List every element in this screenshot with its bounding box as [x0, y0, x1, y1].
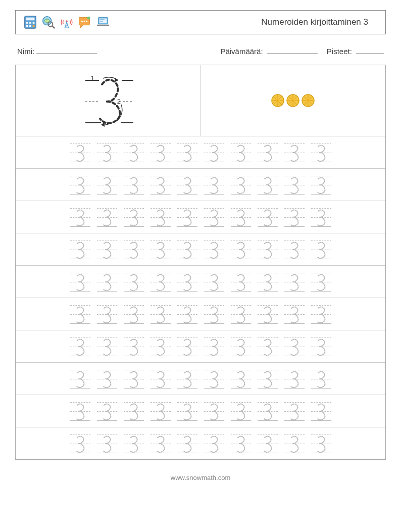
trace-cell[interactable]	[96, 237, 118, 262]
trace-cell[interactable]	[176, 367, 198, 391]
trace-cell[interactable]	[123, 270, 145, 294]
trace-cell[interactable]	[310, 173, 332, 197]
trace-cell[interactable]	[149, 334, 172, 359]
trace-cell[interactable]	[283, 334, 306, 359]
trace-cell[interactable]	[69, 237, 91, 262]
trace-cell[interactable]	[176, 399, 198, 423]
trace-cell[interactable]	[176, 173, 198, 197]
trace-cell[interactable]	[230, 399, 252, 423]
trace-cell[interactable]	[257, 140, 279, 165]
trace-cell[interactable]	[310, 140, 332, 165]
trace-cell[interactable]	[257, 431, 279, 456]
trace-cell[interactable]	[230, 334, 252, 359]
trace-cell[interactable]	[69, 431, 91, 456]
trace-cell[interactable]	[283, 399, 306, 423]
trace-cell[interactable]	[176, 302, 198, 326]
trace-cell[interactable]	[310, 334, 332, 359]
trace-cell[interactable]	[230, 302, 252, 326]
trace-cell[interactable]	[96, 334, 118, 359]
trace-cell[interactable]	[283, 302, 306, 326]
trace-cell[interactable]	[203, 140, 225, 165]
trace-cell[interactable]	[69, 302, 91, 326]
trace-cell[interactable]	[230, 367, 252, 391]
trace-cell[interactable]	[176, 140, 198, 165]
name-blank[interactable]	[36, 46, 97, 54]
trace-cell[interactable]	[96, 173, 118, 197]
trace-cell[interactable]	[96, 302, 118, 326]
trace-cell[interactable]	[203, 270, 225, 294]
trace-cell[interactable]	[176, 205, 198, 229]
trace-cell[interactable]	[69, 140, 91, 165]
trace-cell[interactable]	[283, 431, 306, 456]
trace-cell[interactable]	[123, 237, 145, 262]
trace-cell[interactable]	[149, 140, 172, 165]
trace-cell[interactable]	[203, 173, 225, 197]
trace-cell[interactable]	[149, 431, 172, 456]
trace-cell[interactable]	[123, 367, 145, 391]
trace-cell[interactable]	[257, 334, 279, 359]
trace-cell[interactable]	[310, 367, 332, 391]
trace-cell[interactable]	[310, 399, 332, 423]
trace-cell[interactable]	[149, 270, 172, 294]
trace-cell[interactable]	[257, 270, 279, 294]
trace-cell[interactable]	[310, 270, 332, 294]
trace-cell[interactable]	[283, 367, 306, 391]
trace-cell[interactable]	[283, 140, 306, 165]
trace-cell[interactable]	[283, 237, 306, 262]
trace-cell[interactable]	[257, 205, 279, 229]
date-blank[interactable]	[267, 46, 318, 54]
trace-cell[interactable]	[149, 237, 172, 262]
trace-cell[interactable]	[257, 237, 279, 262]
trace-cell[interactable]	[310, 237, 332, 262]
trace-cell[interactable]	[69, 367, 91, 391]
trace-cell[interactable]	[149, 399, 172, 423]
trace-cell[interactable]	[69, 334, 91, 359]
trace-cell[interactable]	[283, 173, 306, 197]
trace-cell[interactable]	[96, 140, 118, 165]
trace-cell[interactable]	[257, 302, 279, 326]
trace-cell[interactable]	[257, 399, 279, 423]
trace-cell[interactable]	[230, 270, 252, 294]
trace-cell[interactable]	[230, 205, 252, 229]
trace-cell[interactable]	[149, 173, 172, 197]
trace-cell[interactable]	[203, 302, 225, 326]
trace-cell[interactable]	[310, 205, 332, 229]
trace-cell[interactable]	[230, 140, 252, 165]
trace-cell[interactable]	[96, 367, 118, 391]
trace-cell[interactable]	[123, 399, 145, 423]
trace-cell[interactable]	[176, 334, 198, 359]
trace-cell[interactable]	[149, 367, 172, 391]
trace-cell[interactable]	[123, 173, 145, 197]
trace-cell[interactable]	[283, 205, 306, 229]
trace-cell[interactable]	[203, 399, 225, 423]
trace-cell[interactable]	[203, 334, 225, 359]
trace-cell[interactable]	[123, 334, 145, 359]
trace-cell[interactable]	[96, 431, 118, 456]
trace-cell[interactable]	[176, 431, 198, 456]
trace-cell[interactable]	[96, 205, 118, 229]
trace-cell[interactable]	[203, 237, 225, 262]
trace-cell[interactable]	[257, 367, 279, 391]
trace-cell[interactable]	[230, 237, 252, 262]
trace-cell[interactable]	[123, 431, 145, 456]
trace-cell[interactable]	[123, 302, 145, 326]
score-blank[interactable]	[356, 46, 384, 54]
trace-cell[interactable]	[176, 237, 198, 262]
trace-cell[interactable]	[69, 173, 91, 197]
trace-cell[interactable]	[257, 173, 279, 197]
trace-cell[interactable]	[203, 205, 225, 229]
trace-cell[interactable]	[203, 431, 225, 456]
trace-cell[interactable]	[96, 270, 118, 294]
trace-cell[interactable]	[69, 399, 91, 423]
trace-cell[interactable]	[230, 173, 252, 197]
trace-cell[interactable]	[283, 270, 306, 294]
trace-cell[interactable]	[123, 205, 145, 229]
trace-cell[interactable]	[203, 367, 225, 391]
trace-cell[interactable]	[176, 270, 198, 294]
trace-cell[interactable]	[149, 205, 172, 229]
trace-cell[interactable]	[69, 270, 91, 294]
trace-cell[interactable]	[310, 302, 332, 326]
trace-cell[interactable]	[230, 431, 252, 456]
trace-cell[interactable]	[96, 399, 118, 423]
trace-cell[interactable]	[149, 302, 172, 326]
